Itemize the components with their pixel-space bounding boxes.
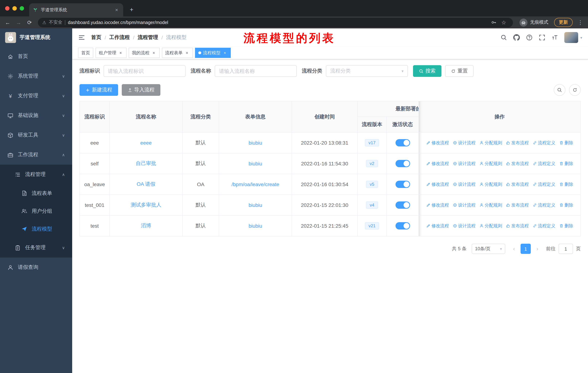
tag-my-process[interactable]: 我的流程 × xyxy=(129,48,160,58)
edit-process-link[interactable]: 修改流程 xyxy=(426,202,449,208)
import-process-button[interactable]: 导入流程 xyxy=(122,84,160,96)
delete-process-link[interactable]: 删除 xyxy=(559,181,573,187)
publish-process-link[interactable]: 发布流程 xyxy=(506,161,529,167)
page-number-current[interactable]: 1 xyxy=(521,244,531,254)
sidebar-item-system[interactable]: 系统管理 ∨ xyxy=(0,66,72,86)
create-process-button[interactable]: 新建流程 xyxy=(79,84,118,96)
tag-process-form[interactable]: 流程表单 × xyxy=(162,48,193,58)
process-name-link[interactable]: OA 请假 xyxy=(137,181,156,187)
toggle-search-button[interactable] xyxy=(554,84,565,96)
user-avatar[interactable] xyxy=(564,32,578,43)
assign-rule-link[interactable]: 分配规则 xyxy=(479,140,502,146)
design-process-link[interactable]: 设计流程 xyxy=(452,223,475,229)
tag-close-icon[interactable]: × xyxy=(222,50,228,55)
active-switch[interactable] xyxy=(395,160,410,167)
github-icon[interactable] xyxy=(513,34,520,41)
sidebar-item-task-management[interactable]: 任务管理 ∨ xyxy=(0,238,72,258)
delete-process-link[interactable]: 删除 xyxy=(559,202,573,208)
tag-process-model-active[interactable]: 流程模型 × xyxy=(195,48,231,58)
tab-close-icon[interactable]: × xyxy=(114,7,120,13)
publish-process-link[interactable]: 发布流程 xyxy=(506,202,529,208)
sidebar-item-devtools[interactable]: 研发工具 ∨ xyxy=(0,125,72,145)
tag-close-icon[interactable]: × xyxy=(118,50,123,55)
form-info-link[interactable]: /bpm/oa/leave/create xyxy=(231,181,279,187)
key-icon[interactable] xyxy=(491,20,496,25)
form-info-link[interactable]: biubiu xyxy=(249,140,262,146)
address-bar[interactable]: ⚠ 不安全 dashboard.yudao.iocoder.cn/bpm/man… xyxy=(38,18,513,27)
edit-process-link[interactable]: 修改流程 xyxy=(426,181,449,187)
prev-page-button[interactable]: ‹ xyxy=(510,245,518,252)
process-name-link[interactable]: 滔博 xyxy=(141,222,151,228)
design-process-link[interactable]: 设计流程 xyxy=(452,202,475,208)
delete-process-link[interactable]: 删除 xyxy=(559,161,573,167)
tag-close-icon[interactable]: × xyxy=(151,50,156,55)
reload-button[interactable]: ⟳ xyxy=(25,18,34,27)
active-switch[interactable] xyxy=(395,202,410,209)
assign-rule-link[interactable]: 分配规则 xyxy=(479,161,502,167)
publish-process-link[interactable]: 发布流程 xyxy=(506,223,529,229)
page-size-select[interactable]: 10条/页 ▾ xyxy=(472,244,505,254)
version-tag[interactable]: v21 xyxy=(365,222,379,230)
publish-process-link[interactable]: 发布流程 xyxy=(506,140,529,146)
sidebar-item-process-form[interactable]: 流程表单 xyxy=(0,184,72,202)
bookmark-star-icon[interactable]: ☆ xyxy=(499,18,509,27)
tag-tenant[interactable]: 租户管理 × xyxy=(95,48,126,58)
active-switch[interactable] xyxy=(395,222,410,230)
sidebar-item-user-group[interactable]: 用户分组 xyxy=(0,202,72,220)
sidebar-item-leave-query[interactable]: 请假查询 xyxy=(0,258,72,277)
tag-close-icon[interactable]: × xyxy=(184,50,189,55)
search-icon[interactable] xyxy=(501,34,507,41)
process-definition-link[interactable]: 流程定义 xyxy=(532,161,555,167)
process-name-link[interactable]: eeee xyxy=(140,140,152,146)
fullscreen-icon[interactable] xyxy=(539,34,545,41)
edit-process-link[interactable]: 修改流程 xyxy=(426,140,449,146)
goto-page-input[interactable] xyxy=(558,244,573,254)
refresh-table-button[interactable] xyxy=(569,84,581,96)
url-text[interactable]: dashboard.yudao.iocoder.cn/bpm/manager/m… xyxy=(68,20,168,25)
process-name-input[interactable] xyxy=(215,65,297,77)
process-definition-link[interactable]: 流程定义 xyxy=(532,202,555,208)
process-definition-link[interactable]: 流程定义 xyxy=(532,140,555,146)
assign-rule-link[interactable]: 分配规则 xyxy=(479,181,502,187)
design-process-link[interactable]: 设计流程 xyxy=(452,181,475,187)
breadcrumb-item[interactable]: 工作流程 xyxy=(109,34,130,41)
close-window-button[interactable] xyxy=(5,6,10,10)
maximize-window-button[interactable] xyxy=(20,6,24,10)
forward-button[interactable]: → xyxy=(14,18,23,27)
search-button[interactable]: 搜索 xyxy=(413,65,441,77)
security-label[interactable]: 不安全 xyxy=(49,19,63,26)
sidebar-item-infrastructure[interactable]: 基础设施 ∨ xyxy=(0,106,72,125)
new-tab-button[interactable]: + xyxy=(127,5,136,15)
breadcrumb-item[interactable]: 首页 xyxy=(91,34,101,41)
assign-rule-link[interactable]: 分配规则 xyxy=(479,202,502,208)
edit-process-link[interactable]: 修改流程 xyxy=(426,223,449,229)
update-button[interactable]: 更新 xyxy=(554,18,573,27)
active-switch[interactable] xyxy=(395,139,410,146)
breadcrumb-item[interactable]: 流程管理 xyxy=(138,34,158,41)
design-process-link[interactable]: 设计流程 xyxy=(452,140,475,146)
form-info-link[interactable]: biubiu xyxy=(249,161,262,166)
browser-menu-icon[interactable]: ⋮ xyxy=(576,18,585,27)
process-category-select[interactable]: 流程分类 ▾ xyxy=(326,65,408,77)
form-info-link[interactable]: biubiu xyxy=(249,223,262,229)
help-icon[interactable] xyxy=(526,34,533,41)
process-key-input[interactable] xyxy=(104,65,186,77)
user-menu[interactable]: ▾ xyxy=(564,32,582,43)
minimize-window-button[interactable] xyxy=(12,6,17,10)
sidebar-item-process-model[interactable]: 流程模型 xyxy=(0,220,72,238)
version-tag[interactable]: v4 xyxy=(366,202,378,209)
delete-process-link[interactable]: 删除 xyxy=(559,223,573,229)
form-info-link[interactable]: biubiu xyxy=(249,202,262,208)
font-size-icon[interactable] xyxy=(552,34,558,41)
hamburger-icon[interactable] xyxy=(78,34,85,41)
version-tag[interactable]: v5 xyxy=(366,181,378,188)
reset-button[interactable]: 重置 xyxy=(445,65,473,77)
process-definition-link[interactable]: 流程定义 xyxy=(532,181,555,187)
app-logo[interactable]: 芋道管理系统 xyxy=(0,28,72,47)
next-page-button[interactable]: › xyxy=(534,245,541,252)
sidebar-item-home[interactable]: 首页 xyxy=(0,47,72,66)
sidebar-item-workflow[interactable]: 工作流程 ∧ xyxy=(0,145,72,165)
tag-home[interactable]: 首页 xyxy=(78,48,93,58)
back-button[interactable]: ← xyxy=(3,18,12,27)
process-definition-link[interactable]: 流程定义 xyxy=(532,223,555,229)
